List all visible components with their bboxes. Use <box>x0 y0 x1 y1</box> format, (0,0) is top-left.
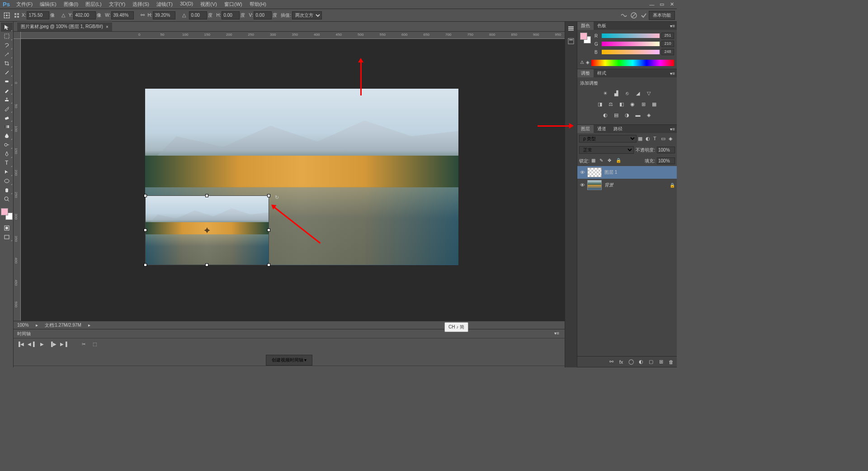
minimize-button[interactable]: — <box>647 1 657 8</box>
exposure-icon[interactable]: ◢ <box>634 89 642 97</box>
x-input[interactable] <box>27 11 49 19</box>
lasso-tool[interactable] <box>1 41 13 50</box>
timeline-options-icon[interactable]: ☰ <box>17 367 24 368</box>
marquee-tool[interactable] <box>1 32 13 41</box>
r-value[interactable]: 251 <box>661 33 674 39</box>
b-value[interactable]: 248 <box>661 49 674 55</box>
link-layers-icon[interactable]: ⚯ <box>608 359 614 365</box>
layer-thumbnail[interactable] <box>587 167 602 177</box>
layer-name[interactable]: 图层 1 <box>604 169 675 176</box>
hand-tool[interactable] <box>1 186 13 195</box>
layer-row[interactable]: 👁 背景 🔒 <box>577 179 677 191</box>
eraser-tool[interactable] <box>1 113 13 122</box>
menu-filter[interactable]: 滤镜(T) <box>153 0 176 9</box>
selective-color-icon[interactable]: ◈ <box>645 111 653 119</box>
eyedropper-tool[interactable] <box>1 68 13 77</box>
brightness-icon[interactable]: ☀ <box>601 89 609 97</box>
cancel-transform-icon[interactable] <box>630 12 637 19</box>
filter-adjust-icon[interactable]: ◐ <box>646 136 652 142</box>
goto-first-icon[interactable]: ▐◀ <box>17 341 24 347</box>
transform-handle-tr[interactable] <box>267 194 270 197</box>
blur-tool[interactable] <box>1 131 13 140</box>
scissors-icon[interactable]: ✂ <box>80 341 87 347</box>
blend-mode-select[interactable]: 正常 <box>579 146 634 154</box>
menu-window[interactable]: 窗口(W) <box>221 0 246 9</box>
zoom-level[interactable]: 100% <box>17 323 29 328</box>
transition-icon[interactable]: ⬚ <box>91 341 98 347</box>
transform-center-icon[interactable] <box>204 228 210 233</box>
lock-position-icon[interactable]: ✥ <box>608 158 614 164</box>
visibility-icon[interactable]: 👁 <box>579 182 585 188</box>
layer-name[interactable]: 背景 <box>604 182 670 188</box>
lock-transparent-icon[interactable]: ▦ <box>591 158 598 164</box>
close-button[interactable]: ✕ <box>667 1 677 8</box>
paths-tab[interactable]: 路径 <box>610 125 626 133</box>
hue-icon[interactable]: ◨ <box>596 100 604 108</box>
r-slider[interactable] <box>602 33 660 38</box>
transform-handle-bl[interactable] <box>144 263 147 266</box>
g-value[interactable]: 210 <box>661 41 674 47</box>
menu-edit[interactable]: 编辑(E) <box>36 0 60 9</box>
filter-smart-icon[interactable]: ◈ <box>669 136 675 142</box>
zoom-tool[interactable] <box>1 195 13 204</box>
warp-icon[interactable] <box>620 12 627 19</box>
layer-fx-icon[interactable]: fx <box>618 359 624 365</box>
timeline-tab[interactable]: 时间轴 <box>17 331 31 337</box>
h-input[interactable] <box>153 11 175 19</box>
panel-menu-icon[interactable]: ▾≡ <box>668 24 677 29</box>
clone-stamp-tool[interactable] <box>1 95 13 104</box>
foreground-color[interactable] <box>1 208 8 215</box>
posterize-icon[interactable]: ▤ <box>612 111 620 119</box>
new-fill-icon[interactable]: ◐ <box>638 359 644 365</box>
quick-mask-tool[interactable] <box>1 224 13 233</box>
styles-tab[interactable]: 样式 <box>594 69 610 77</box>
panel-menu-icon[interactable]: ▾≡ <box>552 331 561 337</box>
lock-pixels-icon[interactable]: ✎ <box>599 158 606 164</box>
filter-shape-icon[interactable]: ▭ <box>661 136 667 142</box>
transform-handle-tl[interactable] <box>144 194 147 197</box>
tab-close-icon[interactable]: × <box>106 24 108 29</box>
y-input[interactable] <box>73 11 96 19</box>
gradient-tool[interactable] <box>1 122 13 131</box>
path-selection-tool[interactable] <box>1 167 13 176</box>
next-frame-icon[interactable]: ▐▶ <box>50 341 56 347</box>
vibrance-icon[interactable]: ▽ <box>645 89 653 97</box>
screen-mode-tool[interactable] <box>1 233 13 242</box>
dodge-tool[interactable] <box>1 140 13 149</box>
menu-3d[interactable]: 3D(D) <box>176 0 197 9</box>
horizontal-ruler[interactable]: 0501001502002503003504004505005506006507… <box>21 32 565 39</box>
properties-panel-icon[interactable] <box>565 35 577 47</box>
transform-handle-br[interactable] <box>267 263 270 266</box>
g-slider[interactable] <box>602 42 660 46</box>
move-tool[interactable] <box>1 23 13 32</box>
v-skew-input[interactable] <box>254 11 272 19</box>
menu-image[interactable]: 图像(I) <box>60 0 82 9</box>
transform-handle-bm[interactable] <box>205 263 208 266</box>
history-brush-tool[interactable] <box>1 104 13 113</box>
link-icon[interactable]: ⚯ <box>139 12 146 19</box>
layer-thumbnail[interactable] <box>587 180 602 190</box>
goto-last-icon[interactable]: ▶▐ <box>61 341 67 347</box>
transform-bounding-box[interactable] <box>145 195 269 265</box>
menu-file[interactable]: 文件(F) <box>13 0 36 9</box>
photo-filter-icon[interactable]: ◉ <box>628 100 637 108</box>
channel-mixer-icon[interactable]: ⊞ <box>639 100 647 108</box>
relative-position-icon[interactable] <box>13 12 20 19</box>
canvas-viewport[interactable]: ↻ <box>21 39 565 321</box>
magic-wand-tool[interactable] <box>1 50 13 59</box>
panel-menu-icon[interactable]: ▾≡ <box>668 127 677 132</box>
panel-menu-icon[interactable]: ▾≡ <box>668 71 677 76</box>
lock-all-icon[interactable]: 🔒 <box>616 158 622 164</box>
transform-handle-tm[interactable] <box>205 194 208 197</box>
layer-filter-select[interactable]: ρ 类型 <box>579 135 637 143</box>
swatches-tab[interactable]: 色板 <box>594 22 610 30</box>
timeline-export-icon[interactable]: ↗ <box>28 367 34 368</box>
angle-input[interactable] <box>189 11 207 19</box>
color-swatches[interactable] <box>1 208 13 220</box>
w-input[interactable] <box>111 11 134 19</box>
color-preview[interactable] <box>580 33 591 43</box>
interpolation-select[interactable]: 两次立方 <box>292 11 322 19</box>
chevron-icon[interactable]: ▸ <box>88 323 90 328</box>
transform-handle-mr[interactable] <box>267 228 270 232</box>
menu-type[interactable]: 文字(Y) <box>105 0 129 9</box>
